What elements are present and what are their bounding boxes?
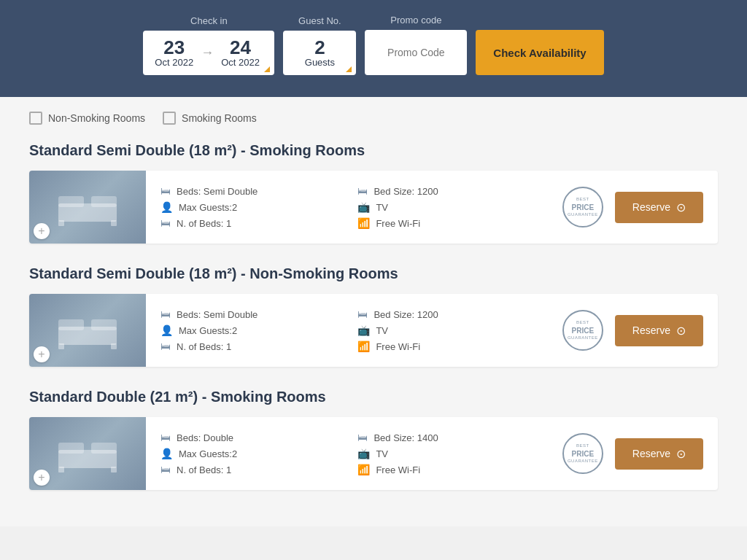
- smoking-checkbox[interactable]: [163, 112, 176, 125]
- room-n-beds-1: 🛏 N. of Beds: 1: [160, 341, 336, 352]
- room-image-1: +: [29, 294, 146, 367]
- smoking-label: Smoking Rooms: [182, 112, 257, 124]
- room-card-1: + 🛏 Beds: Semi Double 🛏 Bed Size: 1200 👤…: [29, 294, 718, 367]
- guests-number: 2: [314, 38, 325, 57]
- tv-label-2: TV: [376, 448, 388, 459]
- room-action-0: BEST PRICE GUARANTEE Reserve ⊙: [548, 171, 718, 244]
- room-expand-btn-1[interactable]: +: [34, 346, 50, 362]
- beds-type-label-2: Beds: Double: [177, 432, 233, 443]
- room-max-guests-2: 👤 Max Guests:2: [160, 448, 336, 459]
- checkin-label: Check in: [190, 15, 228, 26]
- svg-rect-7: [91, 319, 117, 330]
- checkout-date: 24 Oct 2022: [221, 38, 260, 68]
- svg-rect-12: [91, 443, 117, 454]
- reserve-icon-0: ⊙: [676, 201, 686, 214]
- wifi-label-0: Free Wi-Fi: [376, 218, 420, 229]
- guests-box[interactable]: 2 Guests: [283, 31, 356, 75]
- guests-label: Guest No.: [298, 15, 341, 26]
- nbed-icon-2: 🛏: [160, 464, 171, 475]
- smoking-filter[interactable]: Smoking Rooms: [163, 112, 257, 125]
- bed-icon-2: 🛏: [160, 432, 171, 443]
- room-bed-size-1: 🛏 Bed Size: 1200: [357, 308, 533, 320]
- non-smoking-checkbox[interactable]: [29, 112, 42, 125]
- n-beds-label-1: N. of Beds: 1: [177, 341, 231, 352]
- room-section-1: Standard Semi Double (18 m²) - Non-Smoki…: [29, 265, 718, 367]
- room-bed-svg-2: [55, 432, 120, 475]
- tv-icon-0: 📺: [357, 201, 370, 213]
- tv-icon-1: 📺: [357, 324, 370, 336]
- room-wifi-2: 📶 Free Wi-Fi: [357, 464, 533, 475]
- promo-input[interactable]: [365, 30, 467, 75]
- reserve-icon-2: ⊙: [676, 447, 686, 461]
- room-beds-type-1: 🛏 Beds: Semi Double: [160, 308, 336, 320]
- room-title-0: Standard Semi Double (18 m²) - Smoking R…: [29, 142, 718, 159]
- wifi-label-1: Free Wi-Fi: [376, 341, 420, 352]
- bp-middle-0: PRICE: [572, 203, 595, 212]
- room-beds-type-2: 🛏 Beds: Double: [160, 432, 336, 443]
- checkin-day: 23: [163, 38, 185, 57]
- promo-group: Promo code: [365, 15, 467, 75]
- best-price-badge-0: BEST PRICE GUARANTEE: [562, 187, 603, 228]
- room-expand-btn-0[interactable]: +: [34, 223, 50, 239]
- room-section-0: Standard Semi Double (18 m²) - Smoking R…: [29, 142, 718, 244]
- guest-icon-1: 👤: [160, 324, 173, 336]
- room-bed-size-0: 🛏 Bed Size: 1200: [357, 185, 533, 197]
- checkin-date: 23 Oct 2022: [155, 38, 193, 68]
- nbed-icon-0: 🛏: [160, 217, 171, 229]
- room-card-0: + 🛏 Beds: Semi Double 🛏 Bed Size: 1200 👤…: [29, 171, 718, 244]
- corner-triangle: [264, 66, 270, 72]
- bp-top-1: BEST: [576, 320, 589, 326]
- max-guests-label-2: Max Guests:2: [179, 448, 237, 459]
- room-details-2: 🛏 Beds: Double 🛏 Bed Size: 1400 👤 Max Gu…: [146, 417, 548, 490]
- best-price-badge-2: BEST PRICE GUARANTEE: [562, 433, 603, 474]
- bp-middle-2: PRICE: [572, 449, 595, 459]
- guests-corner-triangle: [346, 66, 352, 72]
- n-beds-label-0: N. of Beds: 1: [177, 218, 231, 229]
- reserve-button-1[interactable]: Reserve ⊙: [615, 315, 703, 346]
- bed-size-label-2: Bed Size: 1400: [374, 432, 438, 443]
- checkin-box[interactable]: 23 Oct 2022 → 24 Oct 2022: [143, 31, 274, 75]
- room-details-0: 🛏 Beds: Semi Double 🛏 Bed Size: 1200 👤 M…: [146, 171, 548, 244]
- reserve-label-2: Reserve: [632, 448, 670, 459]
- max-guests-label-1: Max Guests:2: [179, 325, 237, 336]
- room-beds-type-0: 🛏 Beds: Semi Double: [160, 185, 336, 197]
- room-details-1: 🛏 Beds: Semi Double 🛏 Bed Size: 1200 👤 M…: [146, 294, 548, 367]
- arrow-right-icon: →: [201, 45, 214, 61]
- room-card-2: + 🛏 Beds: Double 🛏 Bed Size: 1400 👤 Max …: [29, 417, 718, 490]
- wifi-icon-1: 📶: [357, 341, 370, 352]
- tv-icon-2: 📺: [357, 448, 370, 459]
- content-area: Non-Smoking Rooms Smoking Rooms Standard…: [0, 97, 747, 526]
- bed-icon-1: 🛏: [160, 308, 171, 320]
- non-smoking-filter[interactable]: Non-Smoking Rooms: [29, 112, 145, 125]
- room-bed-size-2: 🛏 Bed Size: 1400: [357, 432, 533, 443]
- bp-top-0: BEST: [576, 197, 589, 203]
- room-image-2: +: [29, 417, 146, 490]
- best-price-badge-1: BEST PRICE GUARANTEE: [562, 310, 603, 351]
- reserve-button-0[interactable]: Reserve ⊙: [615, 192, 703, 223]
- promo-label: Promo code: [390, 15, 441, 26]
- svg-rect-8: [58, 343, 64, 349]
- reserve-button-2[interactable]: Reserve ⊙: [615, 438, 703, 470]
- wifi-icon-2: 📶: [357, 464, 370, 475]
- beds-type-label-0: Beds: Semi Double: [177, 186, 258, 197]
- room-image-0: +: [29, 171, 146, 244]
- booking-header: Check in 23 Oct 2022 → 24 Oct 2022 Guest…: [0, 0, 747, 97]
- guests-sublabel: Guests: [305, 57, 335, 68]
- wifi-label-2: Free Wi-Fi: [376, 464, 420, 475]
- checkin-group: Check in 23 Oct 2022 → 24 Oct 2022: [143, 15, 274, 75]
- bp-middle-1: PRICE: [572, 326, 595, 335]
- bp-bottom-0: GUARANTEE: [568, 212, 598, 218]
- svg-rect-6: [58, 319, 84, 330]
- n-beds-label-2: N. of Beds: 1: [177, 464, 231, 475]
- svg-rect-3: [58, 220, 64, 226]
- svg-rect-2: [91, 196, 117, 207]
- reserve-label-0: Reserve: [632, 201, 670, 213]
- room-tv-0: 📺 TV: [357, 201, 533, 213]
- guest-icon-0: 👤: [160, 201, 173, 213]
- beds-type-label-1: Beds: Semi Double: [177, 309, 258, 320]
- room-expand-btn-2[interactable]: +: [34, 470, 50, 486]
- room-max-guests-0: 👤 Max Guests:2: [160, 201, 336, 213]
- room-bed-svg-1: [55, 308, 120, 352]
- check-availability-button[interactable]: Check Availability: [476, 30, 603, 75]
- room-bed-svg-0: [55, 185, 120, 229]
